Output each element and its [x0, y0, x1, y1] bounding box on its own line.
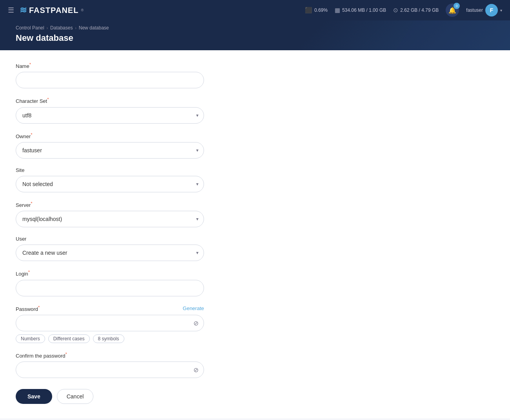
ram-icon: ▦ [335, 7, 340, 14]
toggle-confirm-password-visibility-icon[interactable]: ⊘ [193, 366, 199, 374]
login-required-marker: * [28, 270, 30, 274]
hint-8-symbols[interactable]: 8 symbols [93, 334, 124, 343]
site-select[interactable]: Not selected [16, 176, 204, 192]
logo-text: FASTPANEL [29, 6, 78, 15]
breadcrumb-current: New database [79, 25, 109, 31]
user-label: User [16, 236, 204, 242]
hint-numbers[interactable]: Numbers [16, 334, 45, 343]
logo-trademark: ® [81, 8, 84, 12]
breadcrumb-control-panel[interactable]: Control Panel [16, 25, 44, 31]
hint-different-cases[interactable]: Different cases [48, 334, 90, 343]
chevron-down-icon: ▾ [500, 8, 502, 13]
owner-label: Owner* [16, 132, 204, 139]
password-hints: Numbers Different cases 8 symbols [16, 334, 204, 343]
name-input[interactable] [16, 72, 204, 88]
password-input-wrapper: ⊘ [16, 315, 204, 331]
charset-select[interactable]: utf8 utf8mb4 latin1 ascii [16, 107, 204, 124]
charset-field-group: Character Set* utf8 utf8mb4 latin1 ascii… [16, 97, 204, 123]
user-field-group: User Create a new user ▾ [16, 236, 204, 261]
password-label: Password* [16, 305, 40, 312]
logo-symbol: ≋ [20, 5, 27, 15]
notifications-button[interactable]: 🔔 0 [446, 4, 459, 17]
confirm-password-input-wrapper: ⊘ [16, 362, 204, 378]
breadcrumb-databases[interactable]: Databases [50, 25, 73, 31]
cpu-stat: ⬛ 0.69% [305, 7, 328, 14]
avatar: F [485, 4, 498, 16]
site-label: Site [16, 167, 204, 173]
login-input[interactable] [16, 280, 204, 296]
new-database-form: Name* Character Set* utf8 utf8mb4 latin1… [16, 62, 204, 404]
cpu-value: 0.69% [314, 7, 328, 13]
owner-select[interactable]: fastuser [16, 142, 204, 159]
login-field-group: Login* [16, 270, 204, 296]
password-input[interactable] [16, 315, 204, 331]
ram-value: 534.06 MB / 1.00 GB [342, 7, 386, 13]
site-field-group: Site Not selected ▾ [16, 167, 204, 192]
server-select-wrapper: mysql(localhost) ▾ [16, 211, 204, 227]
page-header: Control Panel › Databases › New database… [0, 20, 510, 50]
name-field-group: Name* [16, 62, 204, 88]
owner-select-wrapper: fastuser ▾ [16, 142, 204, 159]
hamburger-menu-icon[interactable]: ☰ [8, 6, 14, 15]
server-select[interactable]: mysql(localhost) [16, 211, 204, 227]
breadcrumb-sep-2: › [75, 26, 76, 30]
owner-required-marker: * [31, 132, 32, 137]
user-select[interactable]: Create a new user [16, 245, 204, 261]
server-label: Server* [16, 201, 204, 208]
ram-stat: ▦ 534.06 MB / 1.00 GB [335, 7, 386, 14]
login-label: Login* [16, 270, 204, 277]
user-select-wrapper: Create a new user ▾ [16, 245, 204, 261]
cpu-icon: ⬛ [305, 7, 312, 14]
charset-label: Character Set* [16, 97, 204, 104]
user-menu[interactable]: fastuser F ▾ [466, 4, 502, 16]
charset-select-wrapper: utf8 utf8mb4 latin1 ascii ▾ [16, 107, 204, 124]
confirm-password-field-group: Confirm the password* ⊘ [16, 352, 204, 378]
page-title: New database [16, 33, 494, 43]
form-actions: Save Cancel [16, 389, 204, 404]
top-navigation: ☰ ≋ FASTPANEL ® ⬛ 0.69% ▦ 534.06 MB / 1.… [0, 0, 510, 20]
owner-field-group: Owner* fastuser ▾ [16, 132, 204, 159]
username-label: fastuser [466, 7, 483, 13]
password-required-marker: * [38, 305, 40, 310]
logo: ≋ FASTPANEL ® [20, 5, 84, 15]
site-select-wrapper: Not selected ▾ [16, 176, 204, 192]
confirm-password-label: Confirm the password* [16, 352, 204, 359]
breadcrumb-sep-1: › [47, 26, 48, 30]
name-required-marker: * [29, 62, 31, 67]
confirm-password-input[interactable] [16, 362, 204, 378]
name-label: Name* [16, 62, 204, 69]
main-content: Name* Character Set* utf8 utf8mb4 latin1… [0, 50, 510, 418]
generate-password-button[interactable]: Generate [183, 305, 204, 311]
confirm-required-marker: * [65, 352, 67, 356]
breadcrumb: Control Panel › Databases › New database [16, 25, 494, 31]
notification-badge: 0 [454, 3, 460, 9]
save-button[interactable]: Save [16, 389, 52, 404]
cancel-button[interactable]: Cancel [57, 389, 94, 404]
disk-icon: ⊙ [393, 7, 398, 14]
disk-stat: ⊙ 2.62 GB / 4.79 GB [393, 7, 439, 14]
toggle-password-visibility-icon[interactable]: ⊘ [193, 319, 199, 327]
server-required-marker: * [31, 201, 32, 206]
server-field-group: Server* mysql(localhost) ▾ [16, 201, 204, 227]
password-field-group: Password* Generate ⊘ Numbers Different c… [16, 305, 204, 343]
charset-required-marker: * [47, 97, 49, 102]
disk-value: 2.62 GB / 4.79 GB [400, 7, 439, 13]
